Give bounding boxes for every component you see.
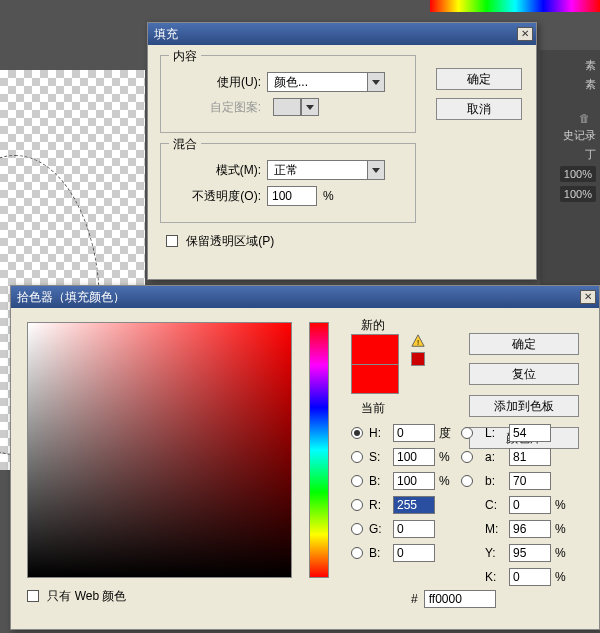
panel-tab-1[interactable]: 素 bbox=[544, 58, 596, 73]
bhsb-unit: % bbox=[439, 474, 457, 488]
mode-select-value: 正常 bbox=[267, 160, 367, 180]
radio-blab[interactable] bbox=[461, 475, 473, 487]
l-label: L: bbox=[485, 426, 505, 440]
fill-titlebar[interactable]: 填充 ✕ bbox=[148, 23, 536, 45]
web-only-checkbox[interactable] bbox=[27, 590, 39, 602]
a-input[interactable] bbox=[509, 448, 551, 466]
radio-b-rgb[interactable] bbox=[351, 547, 363, 559]
panel-row-t: 丁 bbox=[544, 147, 596, 162]
hue-slider[interactable] bbox=[309, 322, 329, 578]
a-label: a: bbox=[485, 450, 505, 464]
s-unit: % bbox=[439, 450, 457, 464]
m-input[interactable] bbox=[509, 520, 551, 538]
picker-title: 拾色器（填充颜色） bbox=[17, 289, 580, 306]
g-label: G: bbox=[369, 522, 389, 536]
hex-label: # bbox=[411, 592, 418, 606]
preserve-transparency-checkbox[interactable] bbox=[166, 235, 178, 247]
blab-input[interactable] bbox=[509, 472, 551, 490]
gamut-warning-swatch[interactable] bbox=[411, 352, 425, 366]
r-input[interactable] bbox=[393, 496, 435, 514]
color-spectrum-strip bbox=[430, 0, 600, 12]
use-select[interactable]: 颜色... bbox=[267, 72, 385, 92]
radio-a[interactable] bbox=[461, 451, 473, 463]
new-color-label: 新的 bbox=[361, 317, 385, 334]
web-only-label: 只有 Web 颜色 bbox=[47, 589, 126, 603]
color-preview bbox=[351, 334, 399, 394]
l-input[interactable] bbox=[509, 424, 551, 442]
y-label: Y: bbox=[485, 546, 505, 560]
opacity-badge-2: 100% bbox=[560, 186, 596, 202]
k-unit: % bbox=[555, 570, 573, 584]
close-icon[interactable]: ✕ bbox=[517, 27, 533, 41]
r-label: R: bbox=[369, 498, 389, 512]
use-select-value: 颜色... bbox=[267, 72, 367, 92]
saturation-value-area[interactable] bbox=[27, 322, 292, 578]
mode-select[interactable]: 正常 bbox=[267, 160, 385, 180]
preserve-transparency-label: 保留透明区域(P) bbox=[186, 234, 274, 248]
color-picker-dialog: 拾色器（填充颜色） ✕ 新的 ! 当前 确定 复位 添加到色板 颜色库 H:度 … bbox=[10, 285, 600, 630]
trash-icon[interactable]: 🗑 bbox=[579, 112, 590, 124]
chevron-down-icon[interactable] bbox=[367, 72, 385, 92]
hex-input[interactable] bbox=[424, 590, 496, 608]
pattern-label: 自定图案: bbox=[171, 99, 261, 116]
s-input[interactable] bbox=[393, 448, 435, 466]
radio-l[interactable] bbox=[461, 427, 473, 439]
close-icon[interactable]: ✕ bbox=[580, 290, 596, 304]
new-color-swatch bbox=[352, 335, 398, 364]
g-input[interactable] bbox=[393, 520, 435, 538]
pattern-swatch bbox=[273, 98, 301, 116]
chevron-down-icon bbox=[301, 98, 319, 116]
c-input[interactable] bbox=[509, 496, 551, 514]
chevron-down-icon[interactable] bbox=[367, 160, 385, 180]
panel-tab-history[interactable]: 史记录 bbox=[544, 128, 596, 143]
blab-label: b: bbox=[485, 474, 505, 488]
y-input[interactable] bbox=[509, 544, 551, 562]
current-color-label: 当前 bbox=[361, 400, 385, 417]
bhsb-label: B: bbox=[369, 474, 389, 488]
picker-reset-button[interactable]: 复位 bbox=[469, 363, 579, 385]
s-label: S: bbox=[369, 450, 389, 464]
k-label: K: bbox=[485, 570, 505, 584]
brgb-input[interactable] bbox=[393, 544, 435, 562]
mode-label: 模式(M): bbox=[171, 162, 261, 179]
fill-dialog: 填充 ✕ 确定 取消 内容 使用(U): 颜色... 自定图案: 混合 模式(M… bbox=[147, 22, 537, 280]
c-unit: % bbox=[555, 498, 573, 512]
content-group-label: 内容 bbox=[169, 48, 201, 65]
panel-tab-2[interactable]: 素 bbox=[544, 77, 596, 92]
radio-b-hsb[interactable] bbox=[351, 475, 363, 487]
brgb-label: B: bbox=[369, 546, 389, 560]
m-label: M: bbox=[485, 522, 505, 536]
color-value-grid: H:度 L: S:% a: B:% b: R: C:% G: M:% B: Y:… bbox=[351, 424, 573, 586]
opacity-input[interactable] bbox=[267, 186, 317, 206]
opacity-label: 不透明度(O): bbox=[171, 188, 261, 205]
h-label: H: bbox=[369, 426, 389, 440]
h-unit: 度 bbox=[439, 425, 457, 442]
fill-ok-button[interactable]: 确定 bbox=[436, 68, 522, 90]
use-label: 使用(U): bbox=[171, 74, 261, 91]
gamut-warning-icon[interactable]: ! bbox=[411, 334, 425, 348]
radio-s[interactable] bbox=[351, 451, 363, 463]
add-to-swatches-button[interactable]: 添加到色板 bbox=[469, 395, 579, 417]
radio-g[interactable] bbox=[351, 523, 363, 535]
radio-r[interactable] bbox=[351, 499, 363, 511]
blend-group-label: 混合 bbox=[169, 136, 201, 153]
picker-titlebar[interactable]: 拾色器（填充颜色） ✕ bbox=[11, 286, 599, 308]
fill-title: 填充 bbox=[154, 26, 517, 43]
fill-cancel-button[interactable]: 取消 bbox=[436, 98, 522, 120]
m-unit: % bbox=[555, 522, 573, 536]
k-input[interactable] bbox=[509, 568, 551, 586]
y-unit: % bbox=[555, 546, 573, 560]
picker-ok-button[interactable]: 确定 bbox=[469, 333, 579, 355]
current-color-swatch[interactable] bbox=[352, 364, 398, 393]
radio-h[interactable] bbox=[351, 427, 363, 439]
h-input[interactable] bbox=[393, 424, 435, 442]
opacity-badge-1: 100% bbox=[560, 166, 596, 182]
c-label: C: bbox=[485, 498, 505, 512]
opacity-unit: % bbox=[323, 189, 334, 203]
bhsb-input[interactable] bbox=[393, 472, 435, 490]
svg-text:!: ! bbox=[417, 338, 419, 347]
